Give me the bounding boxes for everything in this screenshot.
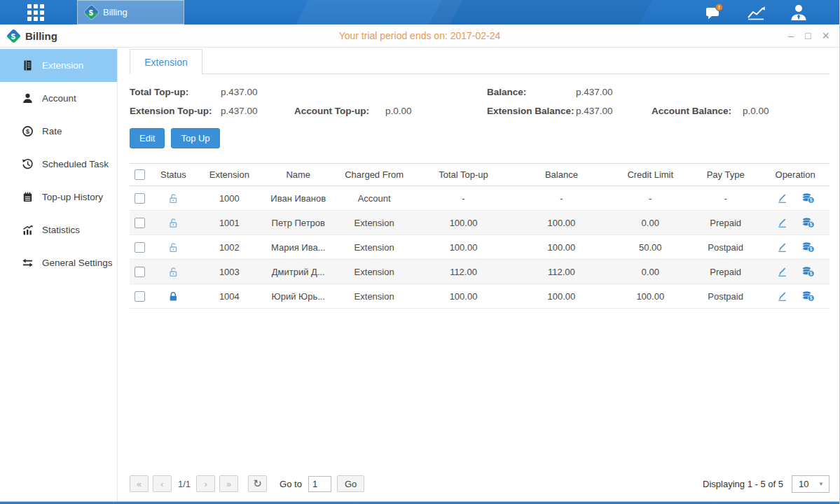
column-header-name: Name — [263, 169, 334, 180]
sidebar-item-label: Rate — [42, 126, 62, 136]
app-launcher-icon[interactable] — [24, 4, 48, 22]
row-checkbox[interactable] — [135, 267, 145, 277]
lock-open-icon — [167, 192, 179, 204]
operation-cell: $ — [761, 266, 829, 277]
dropdown-arrow-icon: ▼ — [818, 481, 824, 487]
account-balance-value: p.0.00 — [743, 106, 829, 116]
cell-total-topup: 100.00 — [415, 218, 513, 228]
operation-cell: $ — [761, 241, 829, 253]
topup-icon[interactable]: $ — [801, 217, 815, 228]
topup-icon[interactable]: $ — [801, 241, 815, 253]
cell-charged-from: Extension — [334, 267, 415, 277]
table-row: 1004Юрий Юрь...Extension100.00100.00100.… — [130, 284, 829, 309]
user-account-button[interactable] — [787, 4, 810, 21]
page-size-value: 10 — [799, 479, 808, 489]
taskbar-item-label: Billing — [103, 7, 128, 18]
svg-text:$: $ — [809, 222, 812, 227]
goto-label: Go to — [280, 479, 302, 489]
edit-button[interactable]: Edit — [130, 128, 165, 148]
notebook-icon — [22, 191, 34, 203]
top-up-button[interactable]: Top Up — [171, 128, 219, 148]
prev-page-button[interactable]: ‹ — [153, 475, 172, 492]
edit-icon[interactable] — [776, 266, 788, 277]
sidebar-item-scheduled-task[interactable]: Scheduled Task — [0, 148, 117, 181]
next-page-button[interactable]: › — [196, 475, 215, 492]
table-row: 1002Мария Ива...Extension100.00100.0050.… — [130, 235, 829, 260]
svg-text:$: $ — [809, 295, 812, 301]
topup-icon[interactable]: $ — [801, 266, 815, 277]
billing-app-window: $ Billing ! — [0, 0, 840, 504]
sidebar-item-topup-history[interactable]: Top-up History — [0, 181, 117, 214]
column-header-balance: Balance — [512, 169, 610, 180]
edit-icon[interactable] — [776, 192, 788, 204]
cell-credit-limit: - — [610, 193, 690, 204]
billing-summary: Total Top-up: p.437.00 Balance: p.437.00… — [130, 87, 829, 116]
sidebar-item-statistics[interactable]: Statistics — [0, 214, 117, 246]
status-cell — [151, 217, 196, 229]
status-cell — [151, 290, 196, 302]
svg-text:$: $ — [809, 246, 812, 252]
table-row: 1003Дмитрий Д...Extension112.00112.000.0… — [130, 260, 829, 284]
close-button[interactable]: × — [822, 29, 829, 42]
cell-balance: - — [512, 193, 610, 204]
ledger-icon — [22, 59, 34, 71]
line-chart-icon — [747, 5, 766, 20]
extension-topup-value: p.437.00 — [221, 106, 294, 116]
row-checkbox[interactable] — [135, 242, 145, 253]
tab-extension[interactable]: Extension — [130, 49, 202, 74]
displaying-summary: Displaying 1 - 5 of 5 — [703, 479, 783, 489]
goto-page-input[interactable] — [308, 476, 331, 492]
select-all-checkbox[interactable] — [135, 169, 145, 180]
cell-extension: 1000 — [196, 193, 263, 204]
maximize-button[interactable]: □ — [805, 31, 811, 41]
page-indicator: 1/1 — [178, 479, 191, 489]
extension-topup-label: Extension Top-up: — [130, 106, 221, 116]
cell-name: Дмитрий Д... — [263, 267, 334, 277]
statistics-monitor-button[interactable] — [745, 4, 768, 21]
column-header-pay-type: Pay Type — [690, 169, 761, 180]
total-topup-label: Total Top-up: — [130, 87, 221, 97]
edit-icon[interactable] — [776, 290, 788, 302]
last-page-button[interactable]: » — [219, 475, 238, 492]
sidebar-item-account[interactable]: Account — [0, 82, 117, 115]
sidebar-item-label: Statistics — [42, 225, 80, 235]
edit-icon[interactable] — [776, 241, 788, 253]
sidebar-item-label: Scheduled Task — [42, 159, 109, 169]
row-checkbox[interactable] — [135, 291, 145, 302]
sidebar-item-general-settings[interactable]: General Settings — [0, 246, 117, 279]
edit-icon[interactable] — [776, 217, 788, 228]
billing-window-icon: $ — [6, 28, 21, 43]
cell-extension: 1001 — [196, 218, 263, 228]
taskbar-item-billing[interactable]: $ Billing — [77, 0, 184, 24]
column-header-status: Status — [151, 169, 196, 180]
cell-balance: 100.00 — [512, 291, 610, 302]
refresh-button[interactable]: ↻ — [248, 475, 267, 492]
sidebar-item-label: Extension — [42, 60, 83, 71]
notifications-button[interactable]: ! — [703, 4, 726, 21]
status-cell — [151, 192, 196, 204]
minimize-button[interactable]: – — [788, 31, 794, 41]
cell-charged-from: Extension — [334, 218, 415, 228]
topup-icon[interactable]: $ — [801, 290, 815, 302]
row-checkbox[interactable] — [135, 193, 145, 204]
sidebar-item-rate[interactable]: $ Rate — [0, 115, 117, 148]
lock-open-icon — [167, 241, 179, 253]
first-page-button[interactable]: « — [130, 475, 149, 492]
sidebar: Extension Account $ Rate — [0, 48, 118, 501]
person-icon — [22, 92, 34, 104]
sidebar-item-label: Account — [42, 93, 76, 104]
chat-bubble-icon: ! — [704, 4, 725, 21]
balance-value: p.437.00 — [576, 87, 652, 97]
trial-notice: Your trial period ends on: 2017-02-24 — [339, 30, 501, 41]
go-button[interactable]: Go — [337, 475, 364, 492]
cell-total-topup: 112.00 — [415, 267, 513, 277]
window-title: Billing — [25, 30, 57, 42]
cell-pay-type: Postpaid — [690, 291, 761, 302]
sidebar-item-extension[interactable]: Extension — [0, 49, 117, 82]
row-checkbox[interactable] — [135, 218, 145, 228]
lock-open-icon — [167, 217, 179, 229]
table-body: 1000Иван ИвановAccount---- $ 1001Петр Пе… — [130, 186, 829, 309]
page-size-select[interactable]: 10 ▼ — [792, 475, 829, 493]
topup-icon[interactable]: $ — [801, 192, 815, 204]
desktop-topbar: $ Billing ! — [0, 0, 839, 24]
